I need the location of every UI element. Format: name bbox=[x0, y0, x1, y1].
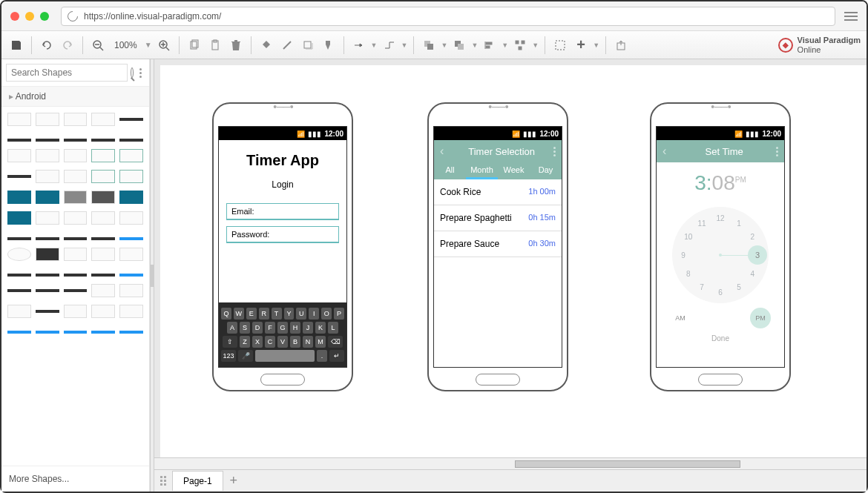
shape-thumb[interactable] bbox=[64, 237, 88, 240]
keyboard-key[interactable]: A bbox=[227, 322, 237, 334]
home-button[interactable] bbox=[260, 374, 305, 386]
clock-face[interactable]: 121234567891011 bbox=[672, 207, 769, 303]
filter-tab[interactable]: All bbox=[434, 162, 466, 179]
shape-thumb[interactable] bbox=[64, 274, 88, 277]
password-field[interactable]: Password: bbox=[226, 226, 339, 243]
shape-thumb[interactable] bbox=[7, 139, 31, 142]
shape-thumb[interactable] bbox=[7, 175, 31, 178]
search-shapes-input[interactable] bbox=[6, 64, 128, 82]
filter-tab[interactable]: Week bbox=[498, 162, 530, 179]
back-icon[interactable]: ‹ bbox=[440, 145, 444, 158]
zoom-out-button[interactable] bbox=[89, 36, 107, 54]
keyboard-key[interactable]: G bbox=[277, 322, 288, 334]
waypoint-button[interactable] bbox=[381, 36, 398, 54]
keyboard-key[interactable]: T bbox=[272, 308, 282, 320]
maximize-window-button[interactable] bbox=[40, 12, 49, 21]
shape-thumb[interactable] bbox=[64, 305, 88, 318]
shape-thumb[interactable] bbox=[7, 211, 31, 225]
clock-number[interactable]: 8 bbox=[681, 270, 696, 278]
shape-thumb[interactable] bbox=[119, 139, 143, 142]
search-icon[interactable] bbox=[131, 67, 134, 78]
save-button[interactable] bbox=[7, 36, 25, 54]
clock-number[interactable]: 6 bbox=[713, 288, 728, 297]
shape-thumb[interactable] bbox=[36, 248, 59, 261]
keyboard-key[interactable] bbox=[255, 350, 315, 362]
clock-number[interactable]: 7 bbox=[694, 283, 709, 291]
minimize-window-button[interactable] bbox=[25, 12, 34, 21]
shape-thumb[interactable] bbox=[91, 191, 115, 204]
shape-thumb[interactable] bbox=[36, 331, 59, 334]
menu-icon[interactable] bbox=[553, 147, 556, 156]
keyboard-key[interactable]: P bbox=[334, 308, 344, 320]
shape-thumb[interactable] bbox=[36, 191, 59, 204]
menu-icon[interactable] bbox=[776, 147, 778, 156]
shape-thumb[interactable] bbox=[119, 248, 143, 261]
shape-thumb[interactable] bbox=[119, 211, 143, 225]
clock-number-selected[interactable]: 3 bbox=[748, 245, 767, 265]
shape-thumb[interactable] bbox=[36, 139, 59, 142]
shape-thumb[interactable] bbox=[7, 305, 31, 318]
email-field[interactable]: Email: bbox=[226, 203, 339, 220]
align-button[interactable] bbox=[481, 36, 499, 54]
shape-thumb[interactable] bbox=[7, 331, 31, 334]
zoom-level[interactable]: 100% bbox=[110, 40, 142, 50]
clock-number[interactable]: 4 bbox=[745, 270, 760, 278]
horizontal-scrollbar[interactable] bbox=[154, 457, 867, 469]
timer-list-item[interactable]: Cook Rice1h 00m bbox=[434, 179, 562, 205]
clock-number[interactable]: 1 bbox=[731, 219, 746, 227]
shape-thumb[interactable] bbox=[119, 237, 143, 240]
brand-logo[interactable]: ◆ Visual ParadigmOnline bbox=[778, 36, 861, 53]
add-page-button[interactable]: + bbox=[223, 471, 244, 492]
keyboard-key[interactable]: Z bbox=[240, 336, 250, 348]
page-tab[interactable]: Page-1 bbox=[172, 471, 223, 491]
shape-thumb[interactable] bbox=[36, 274, 59, 277]
add-button[interactable]: + bbox=[572, 36, 590, 54]
keyboard-key[interactable]: U bbox=[296, 308, 306, 320]
shape-thumb[interactable] bbox=[91, 113, 115, 126]
keyboard-key[interactable]: . bbox=[317, 350, 327, 362]
shape-thumb[interactable] bbox=[36, 237, 59, 240]
shape-thumb[interactable] bbox=[119, 191, 143, 204]
keyboard-key[interactable]: S bbox=[240, 322, 250, 334]
keyboard-key[interactable]: N bbox=[303, 336, 313, 348]
keyboard-key[interactable]: L bbox=[328, 322, 338, 334]
shape-thumb[interactable] bbox=[119, 274, 143, 277]
zoom-in-button[interactable] bbox=[155, 36, 173, 54]
shape-thumb[interactable] bbox=[91, 305, 115, 318]
shape-thumb[interactable] bbox=[91, 284, 115, 297]
copy-button[interactable] bbox=[185, 36, 203, 54]
reload-icon[interactable] bbox=[65, 9, 80, 24]
shape-thumb[interactable] bbox=[36, 149, 59, 162]
more-shapes-link[interactable]: More Shapes... bbox=[1, 466, 149, 492]
shape-thumb[interactable] bbox=[91, 139, 115, 142]
keyboard-key[interactable]: 🎤 bbox=[238, 350, 253, 362]
shape-thumb[interactable] bbox=[36, 170, 59, 183]
keyboard-key[interactable]: R bbox=[259, 308, 269, 320]
shape-thumb[interactable] bbox=[7, 113, 31, 126]
clock-number[interactable]: 12 bbox=[713, 214, 728, 222]
hamburger-icon[interactable] bbox=[844, 12, 858, 21]
shape-thumb[interactable] bbox=[119, 305, 143, 318]
clock-number[interactable]: 2 bbox=[745, 233, 760, 241]
shape-thumb[interactable] bbox=[64, 248, 88, 261]
shape-thumb[interactable] bbox=[119, 170, 143, 183]
keyboard-key[interactable]: M bbox=[315, 336, 326, 348]
keyboard-key[interactable]: K bbox=[315, 322, 326, 334]
shape-thumb[interactable] bbox=[7, 149, 31, 162]
shape-thumb[interactable] bbox=[64, 211, 88, 225]
keyboard-key[interactable]: B bbox=[290, 336, 300, 348]
keyboard-key[interactable]: Q bbox=[221, 308, 231, 320]
format-painter-button[interactable] bbox=[320, 36, 338, 54]
keyboard-key[interactable]: I bbox=[309, 308, 319, 320]
filter-tab[interactable]: Day bbox=[530, 162, 562, 179]
shape-thumb[interactable] bbox=[119, 149, 143, 162]
shape-thumb[interactable] bbox=[36, 211, 59, 225]
keyboard-key[interactable]: X bbox=[252, 336, 263, 348]
home-button[interactable] bbox=[476, 374, 520, 386]
to-front-button[interactable] bbox=[420, 36, 438, 54]
drag-handle-icon[interactable] bbox=[154, 476, 172, 486]
diagram-canvas[interactable]: • ── • ▮▮▮12:00 Timer App Login Email: P… bbox=[160, 65, 867, 457]
shape-thumb[interactable] bbox=[119, 284, 143, 297]
line-color-button[interactable] bbox=[278, 36, 296, 54]
to-back-button[interactable] bbox=[450, 36, 468, 54]
